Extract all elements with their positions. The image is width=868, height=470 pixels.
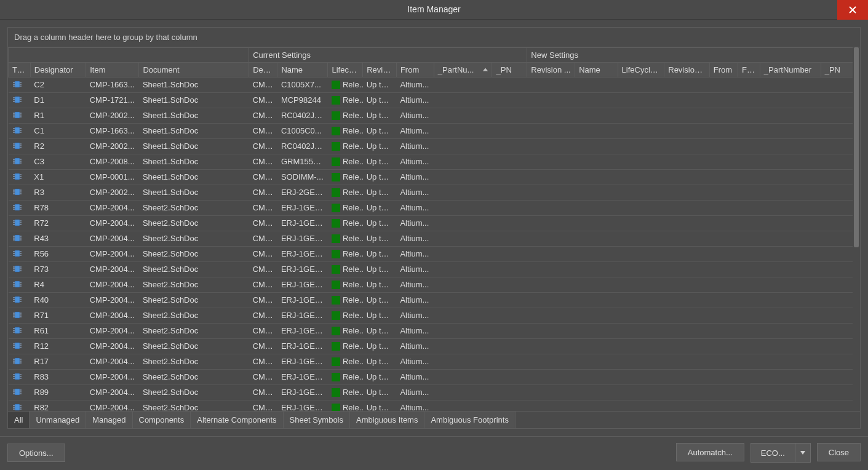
table-row[interactable]: R61CMP-2004...Sheet2.SchDocCMP...ERJ-1GE… [9, 323, 860, 338]
filter-tab-managed[interactable]: Managed [86, 412, 132, 428]
table-row[interactable]: R89CMP-2004...Sheet2.SchDocCMP...ERJ-1GE… [9, 384, 860, 400]
cell-ns_partnumber [760, 384, 821, 400]
table-row[interactable]: R43CMP-2004...Sheet2.SchDocCMP...ERJ-1GE… [9, 231, 860, 246]
column-header-type[interactable]: Type [9, 62, 31, 77]
table-row[interactable]: R17CMP-2004...Sheet2.SchDocCMP...ERJ-1GE… [9, 354, 860, 369]
cell-ns_from [709, 323, 738, 338]
group-by-hint[interactable]: Drag a column header here to group by th… [8, 28, 860, 47]
table-row[interactable]: C2CMP-1663...Sheet1.SchDocCMP...C1005X7.… [9, 77, 860, 92]
table-row[interactable]: X1CMP-0001...Sheet1.SchDocCMP...SODIMM-.… [9, 169, 860, 185]
close-icon[interactable] [837, 0, 868, 20]
cell-cs_lifecycle: Rele... [328, 246, 363, 261]
band-blank [9, 47, 249, 62]
cell-item: CMP-2004... [86, 369, 139, 384]
cell-ns_fo [738, 261, 760, 277]
automatch-button[interactable]: Automatch... [676, 443, 744, 461]
cell-cs_from: Altium... [396, 185, 434, 200]
scrollbar-thumb[interactable] [854, 47, 859, 247]
cell-cs_name: RC0402JR... [277, 138, 328, 154]
cell-cs_pn [492, 246, 527, 261]
table-row[interactable]: C1CMP-1663...Sheet1.SchDocCMP...C1005C0.… [9, 123, 860, 138]
cell-type [9, 354, 31, 369]
cell-cs_from: Altium... [396, 400, 434, 411]
cell-ns_revisionid [527, 92, 575, 108]
table-row[interactable]: R78CMP-2004...Sheet2.SchDocCMP...ERJ-1GE… [9, 200, 860, 215]
column-header-ns_revisionid[interactable]: Revision ... [527, 62, 575, 77]
column-header-item[interactable]: Item [86, 62, 139, 77]
cell-cs_name: ERJ-1GEJ1... [277, 231, 328, 246]
table-row[interactable]: R4CMP-2004...Sheet2.SchDocCMP...ERJ-1GEJ… [9, 277, 860, 292]
cell-ns_partnumber [760, 246, 821, 261]
column-header-cs_lifecycle[interactable]: Lifecycl... [328, 62, 363, 77]
filter-tab-ambiguous-items[interactable]: Ambiguous Items [350, 412, 424, 428]
column-header-cs_revision[interactable]: Revisi... [363, 62, 397, 77]
table-row[interactable]: R2CMP-2002...Sheet1.SchDocCMP...RC0402JR… [9, 138, 860, 154]
table-row[interactable]: R3CMP-2002...Sheet1.SchDocCMP...ERJ-2GEJ… [9, 185, 860, 200]
cell-ns_partnumber [760, 338, 821, 354]
column-header-cs_partnum[interactable]: _PartNu... [434, 62, 492, 77]
column-header-designator[interactable]: Designator [30, 62, 86, 77]
column-header-cs_designitem[interactable]: Desi... [249, 62, 277, 77]
cell-item: CMP-2004... [86, 292, 139, 308]
cell-ns_revision [664, 261, 710, 277]
table-row[interactable]: R71CMP-2004...Sheet2.SchDocCMP...ERJ-1GE… [9, 308, 860, 323]
filter-tab-strip: AllUnmanagedManagedComponentsAlternate C… [8, 411, 860, 428]
cell-cs_partnum [434, 123, 492, 138]
cell-item: CMP-1663... [86, 77, 139, 92]
lifecycle-status-swatch [332, 281, 340, 289]
column-header-ns_revision[interactable]: Revision ... [664, 62, 710, 77]
cell-cs_lifecycle: Rele... [328, 369, 363, 384]
filter-tab-ambiguous-footprints[interactable]: Ambiguous Footprints [424, 412, 515, 428]
eco-button[interactable]: ECO... [751, 444, 795, 462]
cell-ns_name [575, 292, 618, 308]
vertical-scrollbar[interactable] [853, 47, 860, 411]
cell-cs_lifecycle: Rele... [328, 277, 363, 292]
filter-tab-sheet-symbols[interactable]: Sheet Symbols [284, 412, 350, 428]
close-button[interactable]: Close [817, 443, 861, 461]
cell-ns_from [709, 108, 738, 123]
column-header-ns_from[interactable]: From [709, 62, 738, 77]
cell-cs_designitem: CMP... [249, 246, 277, 261]
column-header-document[interactable]: Document [139, 62, 249, 77]
filter-tab-components[interactable]: Components [133, 412, 191, 428]
options-button[interactable]: Options... [7, 444, 65, 462]
grid-scroll[interactable]: Current SettingsNew Settings TypeDesigna… [8, 47, 860, 411]
table-row[interactable]: R56CMP-2004...Sheet2.SchDocCMP...ERJ-1GE… [9, 246, 860, 261]
cell-document: Sheet2.SchDoc [139, 200, 249, 215]
filter-tab-all[interactable]: All [8, 412, 30, 428]
table-row[interactable]: R12CMP-2004...Sheet2.SchDocCMP...ERJ-1GE… [9, 338, 860, 354]
cell-document: Sheet2.SchDoc [139, 354, 249, 369]
column-header-cs_from[interactable]: From [396, 62, 434, 77]
component-icon [12, 157, 22, 165]
table-row[interactable]: C3CMP-2008...Sheet1.SchDocCMP...GRM1555.… [9, 154, 860, 169]
cell-cs_from: Altium... [396, 123, 434, 138]
lifecycle-status-text: Rele... [343, 372, 363, 381]
lifecycle-status-swatch [332, 188, 340, 197]
cell-cs_designitem: CMP... [249, 77, 277, 92]
filter-tab-alternate-components[interactable]: Alternate Components [191, 412, 283, 428]
cell-cs_pn [492, 92, 527, 108]
column-header-cs_name[interactable]: Name [277, 62, 328, 77]
column-header-ns_lifecycle[interactable]: LifeCycle ... [618, 62, 664, 77]
table-row[interactable]: R1CMP-2002...Sheet1.SchDocCMP...RC0402JR… [9, 108, 860, 123]
cell-ns_fo [738, 308, 760, 323]
cell-ns_name [575, 369, 618, 384]
table-row[interactable]: R82CMP-2004...Sheet2.SchDocCMP...ERJ-1GE… [9, 400, 860, 411]
column-header-cs_pn[interactable]: _PN [492, 62, 527, 77]
column-header-ns_name[interactable]: Name [575, 62, 618, 77]
cell-ns_from [709, 338, 738, 354]
filter-tab-unmanaged[interactable]: Unmanaged [30, 412, 86, 428]
table-row[interactable]: D1CMP-1721...Sheet1.SchDocCMP...MCP98244… [9, 92, 860, 108]
cell-cs_from: Altium... [396, 308, 434, 323]
table-row[interactable]: R83CMP-2004...Sheet2.SchDocCMP...ERJ-1GE… [9, 369, 860, 384]
table-row[interactable]: R40CMP-2004...Sheet2.SchDocCMP...ERJ-1GE… [9, 292, 860, 308]
cell-ns_from [709, 123, 738, 138]
column-header-ns_partnumber[interactable]: _PartNumber [760, 62, 821, 77]
cell-ns_name [575, 92, 618, 108]
cell-cs_from: Altium... [396, 323, 434, 338]
table-row[interactable]: R73CMP-2004...Sheet2.SchDocCMP...ERJ-1GE… [9, 261, 860, 277]
eco-dropdown-caret[interactable] [795, 444, 810, 462]
table-row[interactable]: R72CMP-2004...Sheet2.SchDocCMP...ERJ-1GE… [9, 215, 860, 231]
column-header-ns_fo[interactable]: Fo... [738, 62, 760, 77]
cell-ns_lifecycle [618, 338, 664, 354]
